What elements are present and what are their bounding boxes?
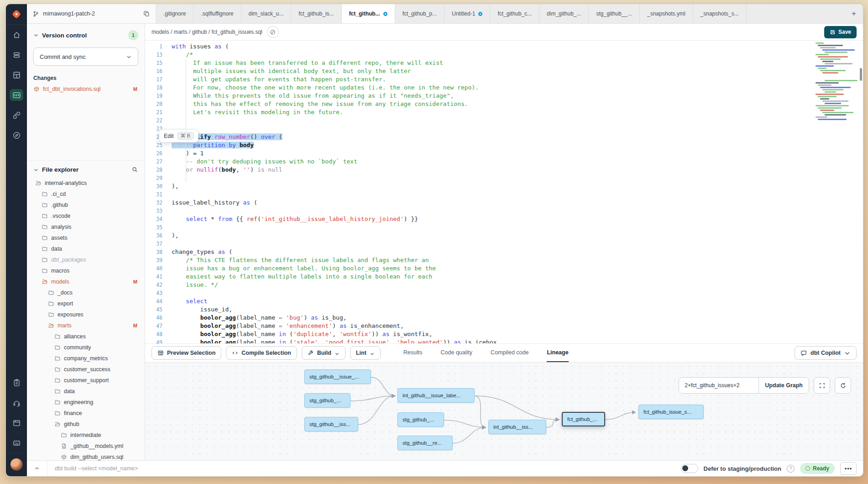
- tree-item[interactable]: customer_success: [33, 364, 138, 375]
- editor-tab[interactable]: .sqlfluffignore: [193, 4, 241, 23]
- stack-icon[interactable]: [6, 45, 27, 65]
- tree-item[interactable]: customer_support: [33, 375, 138, 386]
- breadcrumb-bar: models / marts / github / fct_github_iss…: [145, 24, 863, 41]
- tree-item-label: community: [64, 344, 91, 351]
- lineage-node[interactable]: fct_github_issue_s...: [638, 405, 704, 419]
- editor-tab[interactable]: stg_github__...: [589, 4, 640, 23]
- editor-tab[interactable]: fct_github_is...: [291, 4, 341, 23]
- tree-item[interactable]: .vscode: [33, 210, 138, 221]
- grid-icon[interactable]: [6, 65, 27, 85]
- branch-selector[interactable]: mirnawong1-patch-2: [27, 4, 156, 23]
- chevron-down-icon: [335, 351, 340, 356]
- dbt-copilot-button[interactable]: dbt Copilot: [795, 346, 857, 360]
- editor-tab[interactable]: dim_slack_u...: [241, 4, 292, 23]
- lineage-node[interactable]: stg_github_...: [304, 393, 350, 408]
- tree-item[interactable]: dim_github_users.sql: [33, 452, 138, 460]
- tree-item-label: .vscode: [51, 213, 70, 219]
- editor-tab[interactable]: fct_github...: [342, 4, 395, 23]
- compass-icon[interactable]: [6, 125, 27, 145]
- tree-item[interactable]: export: [33, 298, 138, 309]
- tree-item[interactable]: _docs: [33, 287, 138, 298]
- code-text: For now, choose the one with more recent…: [172, 84, 863, 92]
- tree-item[interactable]: .github: [33, 200, 138, 210]
- version-control-header[interactable]: Version control 1: [33, 30, 138, 40]
- tree-item[interactable]: github: [33, 419, 138, 430]
- lint-button[interactable]: Lint: [350, 346, 381, 360]
- tree-item[interactable]: company_metrics: [33, 353, 138, 364]
- editor-tab[interactable]: fct_github_c...: [490, 4, 539, 23]
- lineage-node[interactable]: fct_github_...: [562, 412, 605, 426]
- browser-icon[interactable]: [6, 413, 27, 433]
- lineage-node[interactable]: stg_github_...: [397, 412, 444, 427]
- avatar[interactable]: [10, 458, 23, 471]
- editor-tab[interactable]: fct_github_p...: [395, 4, 444, 23]
- lineage-node[interactable]: int_github__issue_labe...: [397, 388, 475, 403]
- deploy-icon[interactable]: [6, 105, 27, 125]
- preview-selection-button[interactable]: Preview Selection: [152, 346, 221, 360]
- defer-toggle[interactable]: [681, 464, 698, 473]
- edit-tooltip-shortcut: ⌘ B: [178, 132, 193, 140]
- tree-item[interactable]: alliances: [33, 331, 138, 342]
- lineage-node[interactable]: int_github__iss...: [488, 420, 546, 434]
- search-icon[interactable]: [131, 166, 138, 173]
- lineage-node[interactable]: stg_github__re...: [397, 436, 453, 450]
- lineage-node[interactable]: stg_github__issue_...: [304, 369, 371, 384]
- save-button[interactable]: Save: [824, 26, 857, 38]
- lineage-node[interactable]: stg_github__iss...: [304, 417, 358, 431]
- panel-tab-lineage[interactable]: Lineage: [547, 344, 568, 362]
- build-button[interactable]: Build: [302, 346, 345, 360]
- tree-item[interactable]: modelsM: [33, 276, 138, 287]
- lineage-selector-input[interactable]: [679, 378, 758, 393]
- scrollbar-thumb[interactable]: [860, 68, 862, 81]
- editor-tab[interactable]: .gitignore: [156, 4, 193, 23]
- tree-item[interactable]: analysis: [33, 221, 138, 232]
- expand-command-bar-button[interactable]: [27, 461, 47, 476]
- code-editor[interactable]: 1with issues as (13 /*15 If an issue has…: [145, 41, 863, 343]
- lineage-panel: stg_github__issue_...stg_github_...stg_g…: [145, 362, 863, 460]
- tree-item[interactable]: _github__models.yml: [33, 441, 138, 452]
- edit-tooltip[interactable]: Edit ⌘ B: [159, 129, 199, 142]
- panel-tab-compiled-code[interactable]: Compiled code: [491, 344, 528, 362]
- editor-tab[interactable]: Untitled-1: [444, 4, 490, 23]
- command-input[interactable]: dbt build --select <model_name>: [47, 465, 681, 472]
- keypad-icon[interactable]: [6, 433, 27, 453]
- more-options-button[interactable]: •••: [840, 462, 857, 475]
- tree-item[interactable]: finance: [33, 408, 138, 419]
- help-icon[interactable]: ?: [787, 465, 795, 473]
- headset-icon[interactable]: [6, 393, 27, 413]
- file-options-icon[interactable]: [267, 26, 279, 38]
- compile-selection-button[interactable]: Compile Selection: [226, 346, 297, 360]
- panel-tab-code-quality[interactable]: Code quality: [441, 344, 473, 362]
- tree-item[interactable]: dbt_packages: [33, 254, 138, 265]
- panel-tab-results[interactable]: Results: [403, 344, 423, 362]
- dbt-logo[interactable]: [6, 4, 27, 25]
- tree-item[interactable]: exposures: [33, 309, 138, 320]
- editor-tab[interactable]: _snapshots.yml: [640, 4, 693, 23]
- new-tab-button[interactable]: +: [845, 4, 863, 23]
- tree-item[interactable]: data: [33, 243, 138, 254]
- editor-tab[interactable]: _snapshots_s...: [693, 4, 747, 23]
- editor-tab[interactable]: dim_github_...: [539, 4, 589, 23]
- file-explorer-header[interactable]: File explorer: [33, 166, 138, 173]
- copy-icon[interactable]: [143, 11, 150, 17]
- code-text: /*: [172, 51, 863, 59]
- update-graph-button[interactable]: Update Graph: [758, 378, 809, 393]
- tree-item[interactable]: intermediate: [33, 430, 138, 441]
- tree-item[interactable]: community: [33, 342, 138, 353]
- tree-item[interactable]: data: [33, 386, 138, 397]
- fullscreen-button[interactable]: [814, 377, 830, 394]
- clipboard-icon[interactable]: [6, 373, 27, 393]
- tree-item[interactable]: .ci_cd: [33, 189, 138, 200]
- home-icon[interactable]: [6, 25, 27, 45]
- commit-and-sync-button[interactable]: Commit and sync: [33, 47, 138, 66]
- code-text: this has the effect of removing the new …: [172, 100, 863, 108]
- tree-item[interactable]: assets: [33, 232, 138, 243]
- tree-item[interactable]: engineering: [33, 397, 138, 408]
- refresh-button[interactable]: [835, 377, 851, 394]
- changed-file-item[interactable]: fct_dbt_invocations.sqlM: [33, 86, 138, 92]
- tree-item[interactable]: martsM: [33, 320, 138, 331]
- minimap[interactable]: [816, 42, 858, 120]
- code-editor-icon[interactable]: [6, 85, 27, 105]
- tree-item[interactable]: internal-analytics: [33, 178, 138, 189]
- tree-item[interactable]: macros: [33, 265, 138, 276]
